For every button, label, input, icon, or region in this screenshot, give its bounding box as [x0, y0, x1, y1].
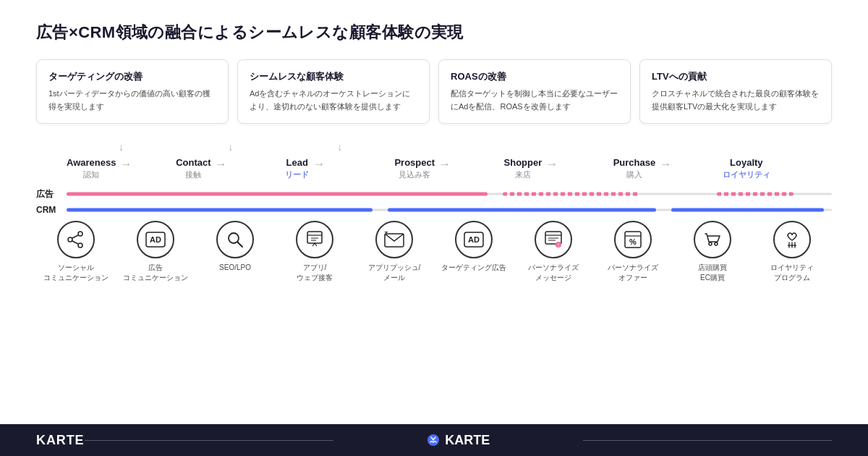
svg-point-28	[715, 242, 718, 245]
icon-seo-circle	[216, 221, 254, 258]
icon-app-web-circle	[296, 221, 333, 258]
arrow-awareness: ↓	[119, 141, 124, 153]
stage-loyalty-sub: ロイヤリティ	[723, 169, 770, 180]
icon-ec-purchase-circle	[694, 221, 731, 258]
arrow-3: →	[309, 158, 329, 180]
feature-card-3: ROASの改善 配信ターゲットを制御し本当に必要なユーザーにAdを配信、ROAS…	[438, 59, 631, 124]
feature-cards: ターゲティングの改善 1stパーティデータからの価値の高い顧客の獲得を実現します…	[36, 59, 832, 124]
feature-card-2-desc: Adを含むチャネルのオーケストレーションにより、途切れのない顧客体験を提供します	[250, 88, 417, 113]
svg-point-0	[68, 237, 72, 242]
footer: KARTE KARTE	[0, 424, 868, 456]
icon-seo: SEO/LPO	[195, 221, 275, 273]
stage-shopper: Shopper 来店	[504, 157, 542, 180]
svg-line-4	[72, 241, 78, 244]
targeting-ad-icon: AD	[464, 232, 484, 248]
ad-track-end	[717, 193, 793, 196]
main-container: 広告×CRM領域の融合によるシームレスな顧客体験の実現 ターゲティングの改善 1…	[0, 0, 868, 456]
karte-logo-icon	[426, 433, 441, 447]
svg-point-1	[78, 232, 82, 236]
icon-ec-purchase-label: 店頭購買EC購買	[698, 263, 727, 283]
stage-purchase: Purchase 購入	[613, 157, 656, 180]
icon-loyalty-program: ロイヤリティプログラム	[752, 221, 832, 283]
stage-prospect-sub: 見込み客	[399, 169, 430, 180]
stage-contact: Contact 接触	[176, 157, 210, 180]
icon-ad-comm-label: 広告コミュニケーション	[123, 263, 188, 283]
feature-card-2-title: シームレスな顧客体験	[250, 70, 417, 83]
svg-rect-9	[307, 232, 322, 243]
ec-purchase-icon	[703, 230, 722, 249]
icon-ad-comm-circle: AD	[137, 221, 174, 258]
stage-shopper-sub: 来店	[515, 169, 531, 180]
stage-shopper-name: Shopper	[504, 157, 542, 168]
arrow-6: →	[655, 158, 676, 180]
social-icon	[67, 230, 85, 249]
stage-lead: Lead リード	[285, 157, 309, 180]
svg-line-3	[72, 235, 78, 238]
ad-label: 広告	[36, 188, 67, 200]
stage-lead-name: Lead	[286, 157, 308, 168]
arrow-2: →	[211, 158, 231, 180]
icon-loyalty-program-label: ロイヤリティプログラム	[770, 263, 814, 283]
icon-targeting-ad-circle: AD	[455, 221, 493, 258]
icon-targeting-ad-label: ターゲティング広告	[441, 263, 506, 273]
feature-card-4-title: LTVへの貢献	[652, 70, 820, 83]
push-mail-icon	[384, 232, 404, 248]
feature-card-1-title: ターゲティングの改善	[48, 70, 216, 83]
svg-text:%: %	[629, 237, 637, 246]
crm-bar-area	[67, 207, 832, 213]
page-title: 広告×CRM領域の融合によるシームレスな顧客体験の実現	[36, 22, 832, 43]
feature-card-4-desc: クロスチャネルで統合された最良の顧客体験を提供顧客LTVの最大化を実現します	[652, 88, 820, 113]
crm-track-mid	[388, 208, 655, 212]
feature-card-3-desc: 配信ターゲットを制御し本当に必要なユーザーにAdを配信、ROASを改善します	[451, 88, 618, 113]
crm-label: CRM	[36, 205, 67, 215]
feature-card-1: ターゲティングの改善 1stパーティデータからの価値の高い顧客の獲得を実現します	[36, 59, 229, 124]
stage-loyalty: Loyalty ロイヤリティ	[723, 157, 770, 180]
stage-loyalty-name: Loyalty	[730, 157, 763, 168]
personalize-msg-icon: !	[544, 230, 563, 249]
svg-line-8	[238, 242, 243, 248]
footer-logo-text: KARTE	[445, 433, 490, 448]
ad-bar-area	[67, 191, 832, 197]
icon-loyalty-program-circle	[773, 221, 811, 258]
icon-app-web-label: アプリ/ウェブ接客	[297, 263, 333, 283]
crm-track-row: CRM	[36, 203, 832, 216]
loyalty-program-icon	[783, 230, 801, 249]
app-web-icon	[305, 230, 324, 249]
icon-personalize-offer-label: パーソナライズオファー	[608, 263, 658, 283]
personalize-offer-icon: %	[624, 230, 642, 249]
stage-awareness-sub: 認知	[83, 169, 99, 180]
crm-track-right	[671, 208, 825, 212]
arrow-lead: ↓	[337, 141, 342, 153]
stage-awareness-name: Awareness	[67, 157, 116, 168]
icon-targeting-ad: AD ターゲティング広告	[434, 221, 514, 273]
icon-push-mail-label: アプリプッシュ/メール	[368, 263, 421, 283]
icon-ec-purchase: 店頭購買EC購買	[673, 221, 752, 283]
stage-contact-sub: 接触	[185, 169, 201, 180]
svg-text:!: !	[558, 242, 559, 248]
arrow-contact: ↓	[228, 141, 233, 153]
footer-line-right	[583, 440, 833, 441]
stage-lead-sub: リード	[285, 169, 309, 180]
feature-card-3-title: ROASの改善	[451, 70, 618, 83]
stage-purchase-sub: 購入	[626, 169, 642, 180]
icon-personalize-offer: % パーソナライズオファー	[593, 221, 673, 283]
icon-personalize-msg: ! パーソナライズメッセージ	[514, 221, 593, 283]
channel-bars: 広告 CRM	[36, 187, 832, 216]
icon-social: ソーシャルコミュニケーション	[36, 221, 116, 283]
svg-point-2	[78, 243, 82, 248]
ad-comm-icon: AD	[145, 232, 166, 248]
stage-awareness: Awareness 認知	[67, 157, 116, 180]
icon-social-circle	[57, 221, 95, 258]
ad-track-row: 広告	[36, 187, 832, 200]
crm-track-solid	[67, 208, 373, 212]
svg-point-27	[709, 242, 712, 245]
footer-line-left	[85, 440, 334, 441]
icon-seo-label: SEO/LPO	[219, 263, 251, 273]
arrow-5: →	[542, 158, 562, 180]
arrow-1: →	[116, 158, 136, 180]
ad-track-solid	[67, 193, 488, 196]
ad-track-dotted	[503, 193, 640, 196]
icon-personalize-msg-circle: !	[535, 221, 572, 258]
feature-card-2: シームレスな顧客体験 Adを含むチャネルのオーケストレーションにより、途切れのな…	[237, 59, 430, 124]
icon-push-mail-circle	[375, 221, 413, 258]
